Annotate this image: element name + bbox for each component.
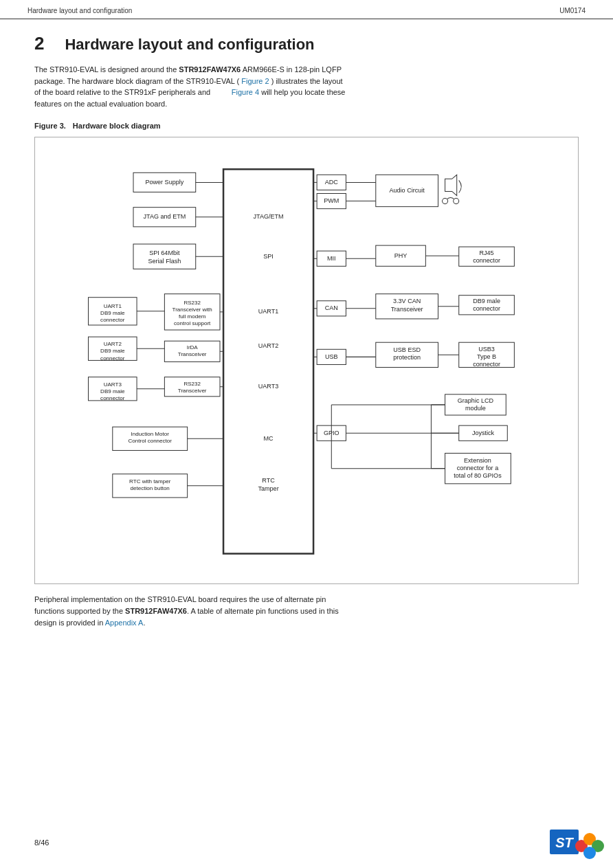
svg-text:Tamper: Tamper [258,485,278,492]
svg-text:module: module [465,405,486,412]
page-footer: 8/46 ST [34,830,579,856]
svg-text:CAN: CAN [325,304,338,311]
svg-text:Extension: Extension [464,457,491,464]
svg-text:UART1: UART1 [104,303,122,309]
header-right: UM0174 [559,7,586,14]
intro-line5: of the board relative to the STR91xF per… [34,88,210,96]
svg-text:Joystick: Joystick [472,430,495,436]
svg-point-68 [454,199,459,204]
svg-text:full modem: full modem [179,313,206,320]
svg-text:Power Supply: Power Supply [145,179,183,186]
figure-caption: Figure 3. Hardware block diagram [34,122,579,134]
svg-text:RTC: RTC [262,477,275,484]
svg-text:MC: MC [264,435,274,442]
svg-text:UART2: UART2 [258,342,279,349]
section-title: Hardware layout and configuration [65,36,314,54]
svg-point-128 [583,847,596,859]
intro-line4: ) illustrates the layout [269,77,343,85]
page-body: 2 Hardware layout and configuration The … [0,19,613,656]
svg-marker-66 [445,175,457,195]
svg-text:USB3: USB3 [478,346,495,353]
footer-bold1: STR912FAW47X6 [125,607,187,615]
intro-line7: features on the actual evaluation board. [34,100,167,108]
svg-text:Serial Flash: Serial Flash [148,258,181,265]
figure-label: Figure 3. [34,122,66,130]
svg-text:connector: connector [473,361,500,368]
svg-text:Induction Motor: Induction Motor [131,431,169,437]
svg-text:connector: connector [473,305,500,312]
footer-line1: Peripheral implementation on the STR910-… [34,595,326,603]
svg-text:Control connector: Control connector [128,438,172,444]
svg-text:Audio Circuit: Audio Circuit [389,187,425,194]
svg-text:MII: MII [327,255,336,262]
svg-text:Transceiver: Transceiver [178,388,207,394]
intro-bold1: STR912FAW47X6 [179,65,241,74]
svg-text:IrDA: IrDA [187,344,199,350]
block-diagram-svg: .blk { fill: #fff; stroke: #333; stroke-… [43,148,570,571]
footer-link1[interactable]: Appendix A [105,619,144,627]
svg-text:RJ45: RJ45 [479,249,493,256]
block-diagram-container: .blk { fill: #fff; stroke: #333; stroke-… [34,137,579,584]
svg-text:connector: connector [473,257,500,264]
svg-text:USB: USB [325,353,338,360]
svg-text:total of 80 GPIOs: total of 80 GPIOs [454,472,502,479]
svg-text:SPI: SPI [263,253,274,260]
svg-text:connector: connector [100,355,125,361]
svg-text:SPI 64Mbit: SPI 64Mbit [149,249,180,256]
section-heading: 2 Hardware layout and configuration [34,33,579,54]
page-number: 8/46 [34,838,49,847]
svg-text:3.3V CAN: 3.3V CAN [393,298,421,304]
svg-text:DB9 male: DB9 male [100,348,125,354]
footer-line5: . [143,619,145,627]
svg-text:UART3: UART3 [104,381,122,388]
figure-title: Hardware block diagram [73,122,161,130]
svg-point-67 [443,199,448,204]
svg-text:DB9 male: DB9 male [473,298,500,304]
section-number: 2 [34,33,44,54]
svg-text:JTAG/ETM: JTAG/ETM [253,213,283,220]
svg-text:control support: control support [174,320,211,326]
intro-line6: will help you locate these [261,88,345,96]
svg-rect-0 [223,169,313,553]
intro-line1: The STR910-EVAL is designed around the [34,65,179,74]
svg-text:connector: connector [100,317,125,323]
svg-text:ADC: ADC [325,179,339,186]
svg-text:UART1: UART1 [258,308,279,315]
svg-text:RS232: RS232 [183,381,201,387]
footer-line2: functions supported by the [34,607,125,615]
intro-paragraph: The STR910-EVAL is designed around the S… [34,64,502,109]
svg-text:UART2: UART2 [104,341,122,347]
svg-text:JTAG and ETM: JTAG and ETM [143,213,186,220]
svg-rect-8 [133,244,196,269]
svg-text:DB9 male: DB9 male [100,310,125,316]
svg-text:connector for a: connector for a [457,465,499,471]
svg-text:PHY: PHY [394,252,408,259]
svg-text:Transceiver: Transceiver [391,306,423,313]
svg-text:Transceiver with: Transceiver with [172,307,212,313]
header-left: Hardware layout and configuration [27,7,132,14]
svg-text:detection button: detection button [131,485,170,491]
svg-text:USB ESD: USB ESD [393,346,421,353]
intro-line3: package. The hardware block diagram of t… [34,77,239,85]
page-header: Hardware layout and configuration UM0174 [0,0,613,19]
intro-link1[interactable]: Figure 2 [241,77,269,85]
svg-text:Transceiver: Transceiver [178,351,207,357]
svg-text:UART3: UART3 [258,383,279,390]
svg-text:Type B: Type B [477,353,496,360]
svg-text:RTC with tamper: RTC with tamper [129,478,171,485]
svg-text:RS232: RS232 [183,300,201,306]
intro-link2[interactable]: Figure 4 [232,88,259,96]
footer-paragraph: Peripheral implementation on the STR910-… [34,594,488,629]
svg-text:ST: ST [555,835,574,850]
svg-text:connector: connector [100,395,125,401]
svg-text:DB9 male: DB9 male [100,388,125,394]
footer-line4: design is provided in [34,619,103,627]
svg-text:PWM: PWM [324,197,339,204]
footer-line3: . A table of alternate pin functions use… [187,607,339,615]
corner-logo [575,832,605,860]
svg-text:protection: protection [393,354,421,361]
svg-text:Graphic LCD: Graphic LCD [458,397,494,404]
intro-line2: ARM966E-S in 128-pin LQFP [241,65,342,74]
